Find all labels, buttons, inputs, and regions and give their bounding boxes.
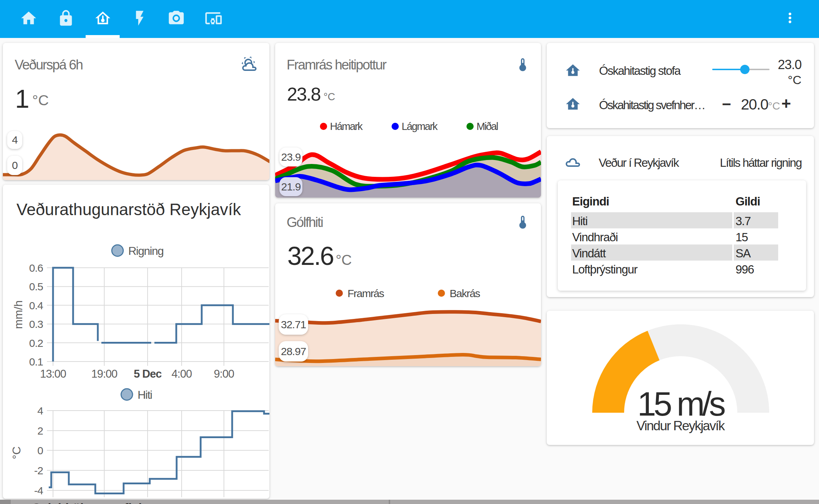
svg-text:5 Dec: 5 Dec <box>134 368 162 380</box>
svg-text:Framrás: Framrás <box>348 287 384 299</box>
svg-text:0.2: 0.2 <box>29 337 43 349</box>
svg-text:0: 0 <box>37 445 43 456</box>
svg-text:-2: -2 <box>34 465 43 476</box>
svg-text:19:00: 19:00 <box>91 368 118 380</box>
svg-text:2: 2 <box>37 425 43 437</box>
svg-text:0.3: 0.3 <box>29 318 43 330</box>
svg-text:0.4: 0.4 <box>29 300 43 311</box>
svg-text:0.6: 0.6 <box>29 262 43 274</box>
svg-text:13:00: 13:00 <box>40 368 66 380</box>
svg-text:Bakrás: Bakrás <box>450 287 480 299</box>
svg-text:Miðal: Miðal <box>476 121 498 132</box>
svg-text:mm/h: mm/h <box>12 300 25 329</box>
svg-text:Hiti: Hiti <box>138 388 152 401</box>
svg-text:-4: -4 <box>34 485 43 496</box>
svg-text:4: 4 <box>37 405 43 417</box>
svg-text:Lágmark: Lágmark <box>402 121 438 132</box>
svg-text:4:00: 4:00 <box>172 368 192 380</box>
svg-text:Hámark: Hámark <box>330 121 363 132</box>
svg-text:9:00: 9:00 <box>214 368 234 380</box>
svg-text:Rigning: Rigning <box>128 244 163 257</box>
svg-text:°C: °C <box>10 446 23 459</box>
svg-text:0.1: 0.1 <box>29 356 43 368</box>
svg-text:0.5: 0.5 <box>29 281 43 292</box>
